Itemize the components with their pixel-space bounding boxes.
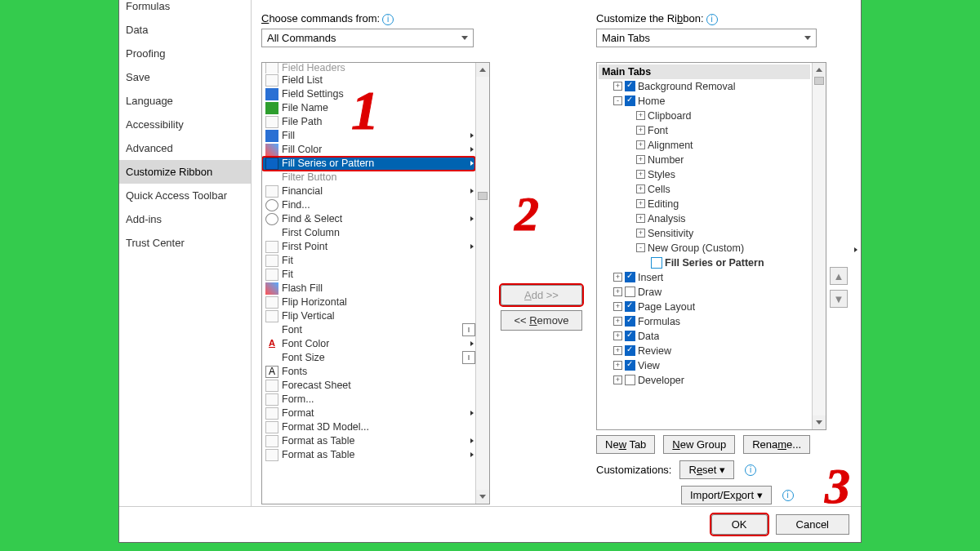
checkbox[interactable] xyxy=(625,301,635,312)
move-down-button[interactable]: ▼ xyxy=(830,290,848,308)
help-icon[interactable]: i xyxy=(706,14,718,25)
command-item[interactable]: Format as Table xyxy=(262,434,475,448)
tree-row[interactable]: +Insert xyxy=(599,270,810,285)
sidebar-item-customize-ribbon[interactable]: Customize Ribbon xyxy=(119,160,251,184)
expand-icon[interactable]: + xyxy=(636,140,645,149)
commands-from-combo[interactable]: All Commands xyxy=(261,29,474,47)
help-icon[interactable]: i xyxy=(382,14,394,25)
command-item[interactable]: Flash Fill xyxy=(262,282,475,295)
command-item[interactable]: Fit xyxy=(262,268,475,282)
tree-row[interactable]: +Formulas xyxy=(599,314,810,329)
sidebar-item-quick-access-toolbar[interactable]: Quick Access Toolbar xyxy=(119,184,251,207)
command-item[interactable]: First Column xyxy=(262,226,475,240)
sidebar-item-trust-center[interactable]: Trust Center xyxy=(119,231,251,255)
ok-button[interactable]: OK xyxy=(711,514,768,535)
sidebar-item-proofing[interactable]: Proofing xyxy=(119,42,251,65)
scrollbar[interactable] xyxy=(812,63,826,429)
reset-button[interactable]: Reset ▾ xyxy=(679,460,734,479)
expand-icon[interactable]: - xyxy=(636,243,645,252)
command-item[interactable]: Fill xyxy=(262,129,475,143)
scroll-up-icon[interactable] xyxy=(813,63,826,77)
expand-icon[interactable]: + xyxy=(636,170,645,179)
scroll-up-icon[interactable] xyxy=(476,63,489,77)
expand-icon[interactable]: + xyxy=(613,361,622,370)
command-item[interactable]: Fill Color xyxy=(262,143,475,157)
command-item[interactable]: Form... xyxy=(262,393,475,407)
command-item[interactable]: FontI xyxy=(262,323,475,337)
expand-icon[interactable]: + xyxy=(613,287,622,296)
scroll-down-icon[interactable] xyxy=(813,415,826,429)
command-item[interactable]: File Name xyxy=(262,101,475,115)
expand-icon[interactable]: + xyxy=(636,229,645,238)
tree-row[interactable]: +Developer xyxy=(599,373,810,388)
command-item[interactable]: Fit xyxy=(262,254,475,268)
expand-icon[interactable]: + xyxy=(636,184,645,193)
tree-row[interactable]: +Number xyxy=(599,153,810,167)
checkbox[interactable] xyxy=(625,96,635,106)
checkbox[interactable] xyxy=(625,345,635,356)
expand-icon[interactable]: + xyxy=(636,199,645,208)
checkbox[interactable] xyxy=(625,331,635,341)
checkbox[interactable] xyxy=(625,272,635,282)
expand-icon[interactable]: + xyxy=(613,317,622,326)
command-item[interactable]: Filter Button xyxy=(262,171,475,184)
tree-row[interactable]: +Background Removal xyxy=(599,79,810,94)
cancel-button[interactable]: Cancel xyxy=(776,514,849,535)
checkbox[interactable] xyxy=(625,375,635,385)
tree-row[interactable]: +Cells xyxy=(599,182,810,197)
tree-row[interactable]: +Alignment xyxy=(599,138,810,153)
tree-row[interactable]: Fill Series or Pattern xyxy=(599,256,810,270)
command-item[interactable]: Format 3D Model... xyxy=(262,420,475,434)
command-item[interactable]: Format xyxy=(262,407,475,420)
command-item[interactable]: First Point xyxy=(262,240,475,254)
ribbon-scope-combo[interactable]: Main Tabs xyxy=(596,29,817,47)
command-item[interactable]: Flip Horizontal xyxy=(262,295,475,309)
tree-row[interactable]: +Data xyxy=(599,329,810,344)
sidebar-item-formulas[interactable]: Formulas xyxy=(119,0,251,18)
tree-row[interactable]: +Styles xyxy=(599,167,810,182)
command-item[interactable]: Format as Table xyxy=(262,448,475,462)
expand-icon[interactable]: + xyxy=(613,331,622,340)
command-item[interactable]: Forecast Sheet xyxy=(262,379,475,393)
command-item[interactable]: Field List xyxy=(262,73,475,87)
command-item[interactable]: Field Headers xyxy=(262,63,475,73)
scroll-down-icon[interactable] xyxy=(476,490,489,504)
checkbox[interactable] xyxy=(625,287,635,297)
sidebar-item-advanced[interactable]: Advanced xyxy=(119,136,251,160)
tree-row[interactable]: -Home xyxy=(599,94,810,109)
command-item[interactable]: Field Settings xyxy=(262,87,475,101)
remove-button[interactable]: << Remove xyxy=(501,310,582,331)
help-icon[interactable]: i xyxy=(745,464,756,476)
add-button[interactable]: Add >> xyxy=(501,285,582,305)
sidebar-item-accessibility[interactable]: Accessibility xyxy=(119,113,251,136)
new-tab-button[interactable]: New Tab xyxy=(596,435,655,454)
tree-row[interactable]: +Page Layout xyxy=(599,300,810,314)
new-group-button[interactable]: New Group xyxy=(663,435,735,454)
tree-row[interactable]: +Review xyxy=(599,344,810,358)
ribbon-tree[interactable]: Main Tabs+Background Removal-Home+Clipbo… xyxy=(596,62,826,430)
expand-icon[interactable]: + xyxy=(636,126,645,135)
sidebar-item-save[interactable]: Save xyxy=(119,65,251,89)
tree-row[interactable]: +Editing xyxy=(599,197,810,211)
import-export-button[interactable]: Import/Export ▾ xyxy=(681,486,772,504)
command-item[interactable]: Find & Select xyxy=(262,212,475,226)
expand-icon[interactable]: + xyxy=(613,302,622,311)
expand-icon[interactable]: + xyxy=(613,273,622,282)
expand-icon[interactable]: - xyxy=(613,96,622,105)
command-item[interactable]: Flip Vertical xyxy=(262,309,475,323)
expand-icon[interactable]: + xyxy=(613,82,622,91)
command-item[interactable]: AFonts xyxy=(262,365,475,379)
command-item[interactable]: Font SizeI xyxy=(262,351,475,365)
scrollbar[interactable] xyxy=(475,63,489,504)
tree-row[interactable]: +Clipboard xyxy=(599,109,810,123)
tree-row[interactable]: +Draw xyxy=(599,285,810,300)
checkbox[interactable] xyxy=(625,81,635,91)
expand-icon[interactable]: + xyxy=(613,346,622,355)
rename-button[interactable]: Rename... xyxy=(743,435,810,454)
command-item[interactable]: Find... xyxy=(262,198,475,212)
commands-listbox[interactable]: Field HeadersField ListField SettingsFil… xyxy=(261,62,490,504)
tree-row[interactable]: +Font xyxy=(599,123,810,138)
command-item[interactable]: File Path xyxy=(262,115,475,129)
move-up-button[interactable]: ▲ xyxy=(830,267,848,285)
sidebar-item-add-ins[interactable]: Add-ins xyxy=(119,207,251,231)
